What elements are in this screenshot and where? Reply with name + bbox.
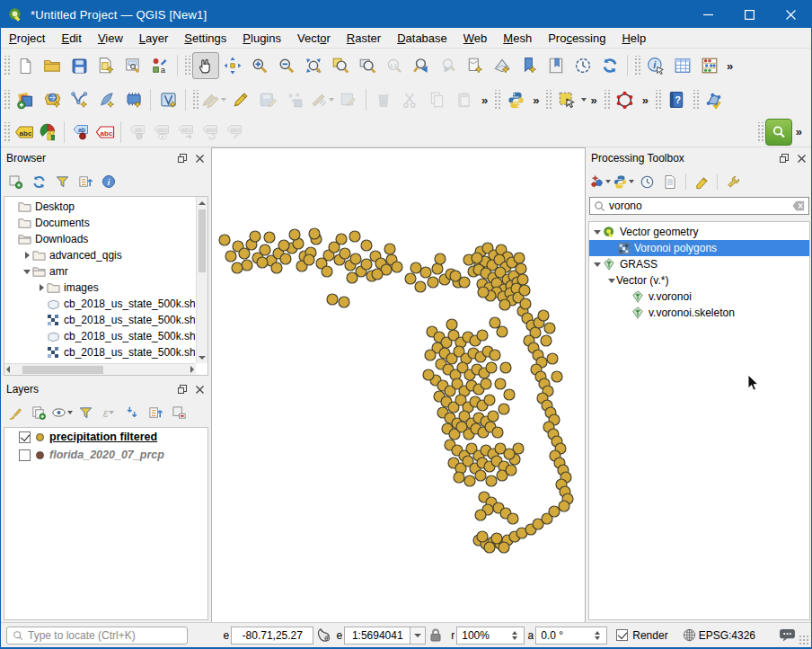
toolbar-grip[interactable] bbox=[692, 90, 699, 110]
expand-all-layers-button[interactable] bbox=[121, 402, 143, 423]
manage-visibility-button[interactable] bbox=[51, 402, 73, 423]
layer-visibility-checkbox[interactable] bbox=[19, 449, 31, 461]
copy-features-button[interactable] bbox=[424, 86, 451, 113]
processing-close-button[interactable] bbox=[795, 152, 808, 164]
close-button[interactable] bbox=[770, 1, 811, 28]
show-layout-manager-button[interactable] bbox=[119, 52, 146, 79]
modify-attributes-button[interactable] bbox=[335, 86, 362, 113]
pan-to-selection-button[interactable] bbox=[219, 52, 246, 79]
new-spatial-bookmark-button[interactable] bbox=[516, 52, 543, 79]
processing-item-Vector (v.*)[interactable]: Vector (v.*) bbox=[589, 272, 809, 289]
toolbar-grip[interactable] bbox=[3, 90, 10, 110]
properties-widget-button[interactable]: i bbox=[98, 171, 119, 192]
menu-item-help[interactable]: Help bbox=[613, 29, 654, 48]
browser-item-Documents[interactable]: Documents bbox=[4, 215, 195, 231]
layer-row[interactable]: precipitation filtered bbox=[4, 428, 207, 446]
menu-item-processing[interactable]: Processing bbox=[540, 29, 613, 48]
filter-legend-button[interactable] bbox=[75, 402, 96, 423]
browser-item-cb_2018_us_state_500k.shp.e[interactable]: cb_2018_us_state_500k.shp.e bbox=[4, 312, 195, 328]
show-hide-labels-button[interactable]: abc bbox=[149, 120, 173, 144]
browser-item-cb_2018_us_state_500k.shp.e[interactable]: cb_2018_us_state_500k.shp.e bbox=[4, 328, 195, 344]
menu-item-view[interactable]: View bbox=[90, 29, 131, 48]
menu-item-web[interactable]: Web bbox=[455, 29, 496, 48]
browser-horizontal-scrollbar[interactable] bbox=[4, 363, 196, 375]
browser-item-amr[interactable]: amr bbox=[4, 263, 195, 280]
search-plugin-button[interactable] bbox=[765, 119, 792, 146]
open-attribute-table-button[interactable] bbox=[669, 52, 696, 79]
toolbar-grip[interactable] bbox=[654, 90, 661, 110]
add-vector-layer-button[interactable] bbox=[39, 86, 66, 113]
menu-item-layer[interactable]: Layer bbox=[131, 29, 177, 48]
menu-item-raster[interactable]: Raster bbox=[339, 29, 389, 48]
layer-row[interactable]: florida_2020_07_prcp bbox=[4, 446, 207, 464]
layer-diagram-options-button[interactable] bbox=[36, 120, 60, 144]
toolbar-grip[interactable] bbox=[191, 90, 199, 110]
collapse-all-button[interactable] bbox=[75, 171, 96, 192]
browser-item-Desktop[interactable]: Desktop bbox=[4, 199, 195, 215]
new-model-button[interactable] bbox=[589, 171, 611, 192]
browser-item-cb_2018_us_state_500k.shp.is[interactable]: cb_2018_us_state_500k.shp.is bbox=[4, 344, 195, 360]
processing-item-Voronoi polygons[interactable]: Voronoi polygons bbox=[589, 240, 809, 256]
maximize-button[interactable] bbox=[728, 1, 770, 28]
advanced-digitizing-button[interactable] bbox=[308, 86, 335, 113]
refresh-browser-button[interactable] bbox=[28, 171, 49, 192]
browser-item-images[interactable]: images bbox=[4, 280, 195, 296]
render-checkbox[interactable] bbox=[616, 629, 628, 641]
toolbar-grip[interactable] bbox=[183, 56, 190, 76]
crs-globe-icon[interactable] bbox=[681, 625, 699, 646]
layer-labeling-options-button[interactable]: abc bbox=[12, 120, 36, 144]
minimize-button[interactable] bbox=[687, 1, 728, 28]
scale-input[interactable]: 1:5694041 bbox=[344, 627, 410, 645]
toolbar-grip[interactable] bbox=[544, 90, 552, 110]
paste-features-button[interactable] bbox=[451, 86, 478, 113]
processing-item-v.voronoi.skeleton[interactable]: v.voronoi.skeleton bbox=[589, 305, 809, 321]
new-spatialite-layer-button[interactable] bbox=[119, 86, 146, 113]
help-contents-button[interactable]: ? bbox=[663, 86, 690, 113]
toolbar-grip[interactable] bbox=[633, 56, 640, 76]
resize-grip[interactable] bbox=[799, 635, 809, 645]
layer-visibility-checkbox[interactable] bbox=[19, 431, 31, 443]
statistical-summary-button[interactable] bbox=[696, 52, 723, 79]
processing-item-GRASS[interactable]: GRASS bbox=[589, 256, 809, 272]
open-layer-styling-button[interactable] bbox=[4, 402, 26, 423]
digitize-button[interactable] bbox=[281, 86, 308, 113]
processing-item-Vector geometry[interactable]: Vector geometry bbox=[589, 224, 809, 240]
add-selected-layer-button[interactable] bbox=[4, 171, 26, 192]
pan-map-button[interactable] bbox=[192, 52, 219, 79]
toolbar-overflow-button[interactable]: » bbox=[723, 59, 737, 73]
edit-features-in-place-button[interactable] bbox=[691, 171, 712, 192]
zoom-in-button[interactable] bbox=[246, 52, 273, 79]
zoom-to-selection-button[interactable] bbox=[327, 52, 354, 79]
new-map-view-button[interactable] bbox=[462, 52, 489, 79]
move-label-button[interactable]: abc bbox=[173, 120, 198, 144]
zoom-next-button[interactable] bbox=[435, 52, 462, 79]
toolbar-overflow-button[interactable]: » bbox=[639, 93, 652, 107]
highlight-pinned-labels-button[interactable]: abc bbox=[93, 120, 117, 144]
layers-float-button[interactable] bbox=[176, 383, 189, 396]
magnifier-input[interactable]: 100% bbox=[456, 627, 525, 645]
toolbar-overflow-button[interactable]: » bbox=[529, 93, 543, 107]
toggle-pin-labels-button[interactable]: ab bbox=[125, 120, 149, 144]
messages-button[interactable] bbox=[775, 625, 799, 646]
toolbar-overflow-button[interactable]: » bbox=[587, 93, 600, 107]
menu-item-settings[interactable]: Settings bbox=[176, 29, 234, 48]
processing-search-box[interactable]: vorono bbox=[589, 197, 809, 215]
collapse-all-layers-button[interactable] bbox=[145, 402, 166, 423]
results-viewer-button[interactable] bbox=[659, 171, 681, 192]
options-button[interactable] bbox=[722, 171, 744, 192]
lock-scale-icon[interactable] bbox=[426, 625, 446, 646]
save-project-button[interactable] bbox=[66, 52, 93, 79]
toolbar-overflow-button[interactable]: » bbox=[478, 93, 491, 107]
check-geometries-button[interactable] bbox=[701, 86, 728, 113]
map-canvas[interactable] bbox=[211, 147, 586, 623]
change-label-button[interactable]: abc bbox=[222, 120, 246, 144]
zoom-out-button[interactable] bbox=[273, 52, 300, 79]
menu-item-mesh[interactable]: Mesh bbox=[495, 29, 540, 48]
browser-vertical-scrollbar[interactable] bbox=[196, 197, 207, 363]
cut-features-button[interactable] bbox=[397, 86, 424, 113]
filter-browser-button[interactable] bbox=[51, 171, 73, 192]
processing-float-button[interactable] bbox=[778, 152, 790, 164]
toolbar-grip[interactable] bbox=[756, 122, 763, 142]
clear-search-icon[interactable] bbox=[792, 200, 805, 211]
rotate-label-button[interactable]: abc bbox=[198, 120, 222, 144]
